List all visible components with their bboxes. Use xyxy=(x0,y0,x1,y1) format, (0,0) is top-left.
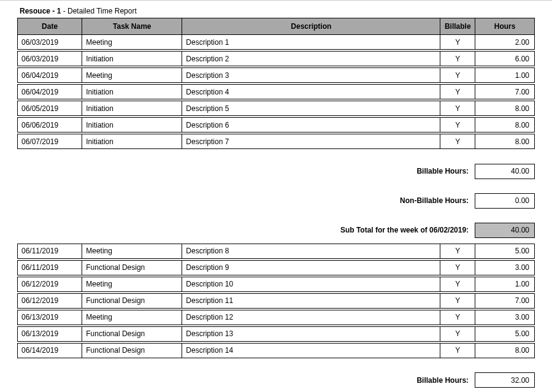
billable-hours-label: Billable Hours: xyxy=(17,164,475,179)
cell-hours: 6.00 xyxy=(475,52,535,66)
cell-date: 06/07/2019 xyxy=(18,134,82,149)
cell-hours: 3.00 xyxy=(475,310,535,325)
cell-billable: Y xyxy=(440,68,475,83)
cell-description: Description 1 xyxy=(182,35,440,50)
col-header-hours: Hours xyxy=(475,18,535,35)
table-row: 06/14/2019Functional DesignDescription 1… xyxy=(18,343,535,358)
cell-description: Description 9 xyxy=(182,260,440,275)
cell-billable: Y xyxy=(440,35,475,50)
cell-description: Description 12 xyxy=(182,310,440,325)
cell-billable: Y xyxy=(440,52,475,66)
col-header-date: Date xyxy=(18,18,82,35)
summary-row: Billable Hours: 32.00 xyxy=(17,373,535,388)
cell-date: 06/14/2019 xyxy=(18,343,82,358)
col-header-task: Task Name xyxy=(82,18,182,35)
cell-date: 06/03/2019 xyxy=(18,35,82,50)
billable-hours-value: 40.00 xyxy=(475,164,535,179)
cell-task: Initiation xyxy=(82,52,182,66)
time-report-table-week2: 06/11/2019MeetingDescription 8Y5.0006/11… xyxy=(17,244,535,358)
cell-date: 06/12/2019 xyxy=(18,293,82,308)
table-row: 06/03/2019MeetingDescription 1Y2.00 xyxy=(18,35,535,50)
cell-hours: 8.00 xyxy=(475,101,535,116)
cell-hours: 3.00 xyxy=(475,260,535,275)
cell-description: Description 7 xyxy=(182,134,440,149)
cell-date: 06/03/2019 xyxy=(18,52,82,66)
cell-hours: 8.00 xyxy=(475,134,535,149)
cell-description: Description 5 xyxy=(182,101,440,116)
cell-date: 06/04/2019 xyxy=(18,85,82,99)
cell-task: Meeting xyxy=(82,277,182,291)
table-row: 06/04/2019MeetingDescription 3Y1.00 xyxy=(18,68,535,83)
title-prefix: Resouce - 1 xyxy=(20,7,61,15)
cell-billable: Y xyxy=(440,260,475,275)
cell-hours: 5.00 xyxy=(475,244,535,258)
cell-billable: Y xyxy=(440,118,475,133)
summary-row: Non-Billable Hours: 0.00 xyxy=(17,193,535,208)
week1-summary: Billable Hours: 40.00 Non-Billable Hours… xyxy=(17,149,535,238)
table-row: 06/12/2019Functional DesignDescription 1… xyxy=(18,293,535,308)
cell-description: Description 8 xyxy=(182,244,440,258)
subtotal-label: Sub Total for the week of 06/02/2019: xyxy=(17,223,475,237)
table-row: 06/05/2019InitiationDescription 5Y8.00 xyxy=(18,101,535,116)
cell-hours: 2.00 xyxy=(475,35,535,50)
cell-hours: 7.00 xyxy=(475,293,535,308)
table-row: 06/11/2019Functional DesignDescription 9… xyxy=(18,260,535,275)
cell-hours: 5.00 xyxy=(475,326,535,341)
time-report-table-week1: Date Task Name Description Billable Hour… xyxy=(17,18,535,149)
nonbillable-hours-value: 0.00 xyxy=(475,193,535,208)
cell-date: 06/06/2019 xyxy=(18,118,82,133)
table-row: 06/13/2019MeetingDescription 12Y3.00 xyxy=(18,310,535,325)
billable-hours-value: 32.00 xyxy=(475,373,535,388)
cell-description: Description 11 xyxy=(182,293,440,308)
cell-task: Initiation xyxy=(82,118,182,133)
cell-description: Description 2 xyxy=(182,52,440,66)
cell-date: 06/12/2019 xyxy=(18,277,82,291)
subtotal-value: 40.00 xyxy=(475,223,535,237)
cell-hours: 8.00 xyxy=(475,343,535,358)
cell-task: Initiation xyxy=(82,101,182,116)
cell-description: Description 3 xyxy=(182,68,440,83)
cell-task: Meeting xyxy=(82,68,182,83)
table-header-row: Date Task Name Description Billable Hour… xyxy=(18,18,535,35)
cell-date: 06/11/2019 xyxy=(18,244,82,258)
report-title: Resouce - 1 - Detailed Time Report xyxy=(20,7,535,15)
cell-description: Description 10 xyxy=(182,277,440,291)
cell-billable: Y xyxy=(440,326,475,341)
summary-row: Billable Hours: 40.00 xyxy=(17,164,535,179)
cell-hours: 8.00 xyxy=(475,118,535,133)
cell-task: Meeting xyxy=(82,35,182,50)
table-row: 06/06/2019InitiationDescription 6Y8.00 xyxy=(18,118,535,133)
cell-task: Meeting xyxy=(82,310,182,325)
cell-task: Functional Design xyxy=(82,343,182,358)
cell-description: Description 6 xyxy=(182,118,440,133)
cell-date: 06/05/2019 xyxy=(18,101,82,116)
billable-hours-label: Billable Hours: xyxy=(17,373,475,388)
cell-description: Description 14 xyxy=(182,343,440,358)
nonbillable-hours-label: Non-Billable Hours: xyxy=(17,193,475,208)
cell-billable: Y xyxy=(440,343,475,358)
cell-billable: Y xyxy=(440,134,475,149)
summary-row: Sub Total for the week of 06/02/2019: 40… xyxy=(17,223,535,237)
table-row: 06/04/2019InitiationDescription 4Y7.00 xyxy=(18,85,535,99)
cell-billable: Y xyxy=(440,277,475,291)
cell-date: 06/04/2019 xyxy=(18,68,82,83)
cell-billable: Y xyxy=(440,85,475,99)
col-header-description: Description xyxy=(182,18,440,35)
cell-task: Initiation xyxy=(82,85,182,99)
cell-hours: 1.00 xyxy=(475,68,535,83)
cell-billable: Y xyxy=(440,244,475,258)
title-sep: - xyxy=(61,7,67,15)
title-suffix: Detailed Time Report xyxy=(67,7,137,15)
cell-date: 06/11/2019 xyxy=(18,260,82,275)
cell-date: 06/13/2019 xyxy=(18,326,82,341)
cell-billable: Y xyxy=(440,310,475,325)
cell-description: Description 13 xyxy=(182,326,440,341)
cell-task: Functional Design xyxy=(82,293,182,308)
table-row: 06/07/2019InitiationDescription 7Y8.00 xyxy=(18,134,535,149)
cell-hours: 1.00 xyxy=(475,277,535,291)
cell-task: Functional Design xyxy=(82,326,182,341)
cell-task: Meeting xyxy=(82,244,182,258)
col-header-billable: Billable xyxy=(440,18,475,35)
table-row: 06/12/2019MeetingDescription 10Y1.00 xyxy=(18,277,535,291)
cell-billable: Y xyxy=(440,293,475,308)
